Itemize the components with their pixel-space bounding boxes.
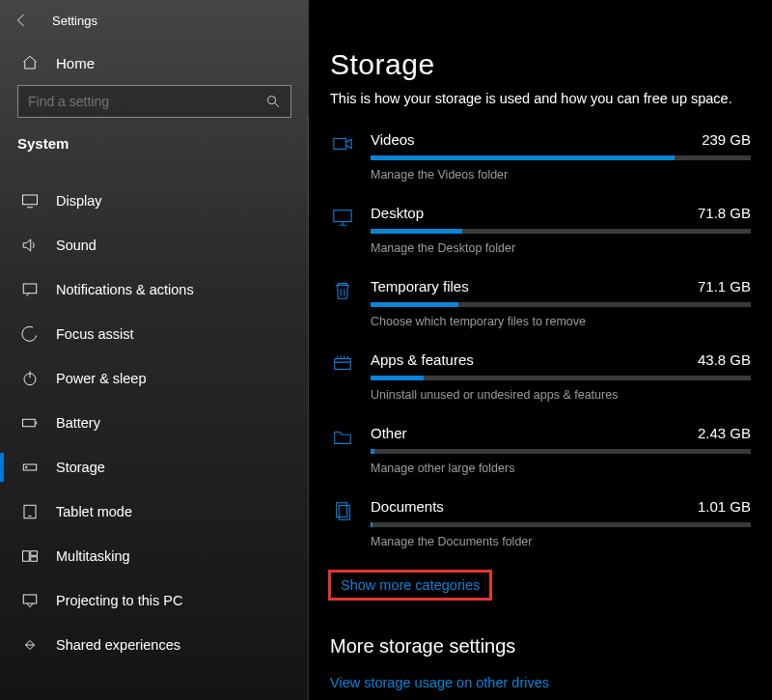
usage-bar	[371, 449, 751, 454]
nav-storage[interactable]: Storage	[0, 445, 309, 490]
search-input[interactable]	[17, 85, 291, 118]
nav-label: Display	[56, 193, 102, 209]
home-icon	[21, 54, 39, 71]
tablet-icon	[21, 503, 39, 520]
svg-rect-16	[339, 506, 349, 520]
category-name: Other	[371, 425, 407, 441]
home-button[interactable]: Home	[0, 41, 309, 85]
nav-projecting[interactable]: Projecting to this PC	[0, 578, 309, 623]
storage-icon	[21, 459, 39, 476]
apps-icon	[330, 351, 355, 402]
videos-icon	[330, 131, 355, 182]
usage-bar	[371, 376, 751, 380]
projecting-icon	[21, 592, 39, 609]
nav-battery[interactable]: Battery	[0, 401, 309, 445]
svg-point-6	[26, 466, 28, 468]
nav-power-sleep[interactable]: Power & sleep	[0, 356, 309, 401]
nav-label: Shared experiences	[56, 637, 180, 653]
svg-rect-10	[31, 557, 38, 562]
category-desc: Manage other large folders	[371, 462, 751, 475]
nav-shared-experiences[interactable]: Shared experiences	[0, 623, 309, 667]
nav-label: Storage	[56, 460, 105, 475]
category-name: Videos	[371, 131, 415, 148]
category-size: 2.43 GB	[698, 425, 751, 441]
category-desc: Choose which temporary files to remove	[371, 315, 751, 328]
svg-point-0	[268, 97, 276, 104]
nav-label: Power & sleep	[56, 371, 147, 386]
category-desktop[interactable]: Desktop71.8 GB Manage the Desktop folder	[330, 205, 751, 255]
category-desc: Manage the Desktop folder	[371, 241, 751, 255]
category-size: 71.1 GB	[698, 278, 751, 294]
page-subtitle: This is how your storage is used and how…	[330, 91, 751, 106]
svg-rect-14	[335, 359, 351, 370]
category-desc: Manage the Videos folder	[371, 168, 751, 182]
nav-display[interactable]: Display	[0, 179, 309, 223]
nav-focus-assist[interactable]: Focus assist	[0, 312, 309, 356]
usage-bar	[371, 155, 751, 160]
category-desc: Uninstall unused or undesired apps & fea…	[371, 388, 751, 402]
category-apps[interactable]: Apps & features43.8 GB Uninstall unused …	[330, 351, 751, 402]
nav-label: Multitasking	[56, 548, 130, 564]
sound-icon	[21, 237, 39, 254]
notifications-icon	[21, 281, 39, 298]
search-field[interactable]	[28, 94, 265, 109]
desktop-icon	[330, 205, 355, 255]
focus-icon	[21, 325, 39, 343]
category-size: 1.01 GB	[698, 498, 751, 515]
shared-icon	[21, 636, 39, 654]
multitasking-icon	[21, 547, 39, 565]
category-other[interactable]: Other2.43 GB Manage other large folders	[330, 425, 751, 475]
category-temporary[interactable]: Temporary files71.1 GB Choose which temp…	[330, 278, 751, 328]
window-title: Settings	[52, 14, 97, 28]
storage-category-list: Videos239 GB Manage the Videos folder De…	[330, 131, 751, 548]
nav-multitasking[interactable]: Multitasking	[0, 534, 309, 578]
nav-label: Tablet mode	[56, 504, 132, 519]
usage-bar	[371, 302, 751, 307]
nav-label: Sound	[56, 238, 96, 253]
category-name: Documents	[371, 498, 444, 515]
back-icon[interactable]	[14, 12, 31, 29]
svg-rect-12	[334, 139, 346, 150]
display-icon	[21, 192, 39, 210]
svg-rect-2	[23, 284, 37, 294]
svg-rect-8	[23, 551, 30, 562]
sidebar: Settings Home System Display	[0, 0, 309, 700]
nav-list: Display Sound Notifications & actions Fo…	[0, 179, 309, 667]
section-heading: System	[0, 131, 309, 161]
trash-icon	[330, 278, 355, 328]
nav-label: Battery	[56, 415, 100, 431]
svg-rect-1	[23, 195, 38, 205]
documents-icon	[330, 498, 355, 548]
nav-label: Notifications & actions	[56, 282, 194, 297]
page-title: Storage	[330, 48, 751, 81]
more-storage-heading: More storage settings	[330, 635, 751, 658]
category-size: 239 GB	[702, 131, 751, 148]
svg-rect-11	[23, 595, 37, 603]
category-videos[interactable]: Videos239 GB Manage the Videos folder	[330, 131, 751, 182]
nav-notifications[interactable]: Notifications & actions	[0, 267, 309, 312]
category-desc: Manage the Documents folder	[371, 535, 751, 548]
nav-tablet-mode[interactable]: Tablet mode	[0, 490, 309, 534]
link-other-drives[interactable]: View storage usage on other drives	[330, 675, 751, 690]
search-icon	[265, 94, 281, 109]
titlebar: Settings	[0, 0, 309, 41]
usage-bar	[371, 522, 751, 527]
main-pane: Storage This is how your storage is used…	[309, 0, 772, 700]
usage-bar	[371, 229, 751, 234]
category-name: Temporary files	[371, 278, 469, 294]
nav-label: Projecting to this PC	[56, 593, 182, 608]
category-documents[interactable]: Documents1.01 GB Manage the Documents fo…	[330, 498, 751, 548]
svg-rect-4	[23, 419, 36, 427]
category-name: Apps & features	[371, 351, 474, 368]
nav-sound[interactable]: Sound	[0, 223, 309, 267]
svg-rect-13	[334, 210, 351, 222]
sidebar-divider	[308, 116, 309, 700]
power-icon	[21, 370, 39, 387]
home-label: Home	[56, 55, 95, 71]
category-size: 43.8 GB	[698, 351, 751, 368]
category-name: Desktop	[371, 205, 424, 221]
battery-icon	[21, 414, 39, 432]
category-size: 71.8 GB	[698, 205, 751, 221]
folder-icon	[330, 425, 355, 475]
show-more-categories-link[interactable]: Show more categories	[328, 570, 492, 601]
